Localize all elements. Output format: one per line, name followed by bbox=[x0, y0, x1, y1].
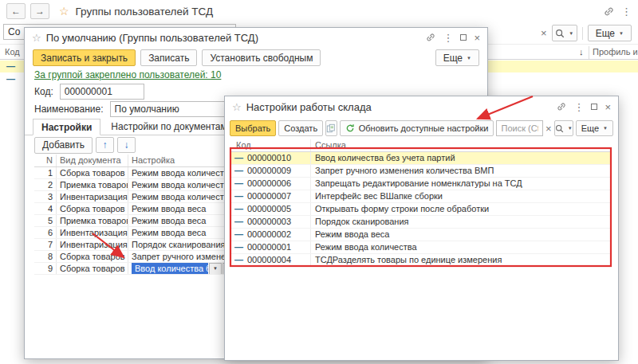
dialog1-more-button[interactable]: Еще ▼ bbox=[435, 49, 479, 66]
set-free-button[interactable]: Установить свободным bbox=[202, 49, 321, 66]
cell-doc: Сборка товаров bbox=[57, 263, 128, 274]
save-button[interactable]: Записать bbox=[140, 49, 197, 66]
clear-search-icon[interactable]: × bbox=[545, 123, 552, 134]
main-more-button[interactable]: Еще ▼ bbox=[588, 25, 632, 41]
list-item-dash-icon: — bbox=[234, 203, 243, 215]
close-icon[interactable]: × bbox=[605, 102, 611, 112]
cell-code: 000000010 bbox=[247, 152, 291, 164]
move-up-button[interactable]: ↑ bbox=[96, 137, 114, 153]
sort-desc-icon: ↓ bbox=[579, 47, 584, 57]
code-field[interactable] bbox=[60, 84, 144, 100]
table-row[interactable]: —000000001 Режим ввода количества bbox=[231, 241, 612, 254]
list-item-dash-icon: — bbox=[234, 190, 243, 202]
dialog2-title: Настройки работы склада bbox=[246, 101, 372, 113]
code-label: Код: bbox=[34, 86, 53, 97]
settings-search-input[interactable] bbox=[496, 120, 543, 136]
back-button[interactable]: ← bbox=[6, 3, 26, 19]
dialog2-more-button[interactable]: Еще ▼ bbox=[576, 120, 613, 136]
list-item-dash-icon: — bbox=[234, 178, 243, 190]
cell-ref: Режим ввода веса bbox=[311, 229, 612, 241]
back-icon: ← bbox=[11, 6, 21, 17]
link-icon[interactable] bbox=[426, 33, 435, 42]
cell-ref: ТСДРазделять товары по единице измерения bbox=[311, 254, 612, 266]
cell-ref: Интерфейс вес ВШапке сборки bbox=[311, 190, 612, 202]
kebab-menu-icon[interactable]: ⋮ bbox=[621, 6, 632, 17]
favorite-star-icon[interactable]: ☆ bbox=[32, 33, 41, 43]
table-row[interactable]: —000000003 Порядок сканирования bbox=[231, 216, 612, 229]
cell-n: 8 bbox=[34, 251, 57, 262]
forward-button[interactable]: → bbox=[30, 3, 49, 19]
warehouse-settings-table: Код Ссылка —000000010 Ввод количества бе… bbox=[231, 139, 612, 267]
setting-combo-value[interactable]: Ввод количества без bbox=[132, 263, 208, 274]
cell-n: 7 bbox=[34, 239, 57, 250]
table-row[interactable]: —000000009 Запрет ручного изменения коли… bbox=[231, 165, 612, 178]
dialog1-titlebar: ☆ По умолчанию (Группы пользователей ТСД… bbox=[25, 28, 487, 47]
save-and-close-button[interactable]: Записать и закрыть bbox=[33, 49, 136, 66]
list-item-dash-icon: — bbox=[6, 74, 15, 84]
close-icon[interactable]: × bbox=[474, 33, 480, 43]
set-free-label: Установить свободным bbox=[210, 53, 313, 64]
cell-doc: Приемка товаров bbox=[57, 215, 128, 226]
table-row[interactable]: —000000007 Интерфейс вес ВШапке сборки bbox=[231, 190, 612, 203]
cell-n: 3 bbox=[34, 191, 57, 202]
kebab-menu-icon[interactable]: ⋮ bbox=[573, 102, 584, 112]
cell-code: 000000005 bbox=[247, 203, 291, 215]
tab-settings[interactable]: Настройки bbox=[33, 119, 100, 135]
col-code[interactable]: Код bbox=[231, 139, 311, 151]
forward-icon: → bbox=[35, 6, 45, 17]
col-doc-type[interactable]: Вид документа bbox=[57, 155, 128, 166]
col-ref[interactable]: Ссылка bbox=[311, 139, 612, 151]
select-button[interactable]: Выбрать bbox=[230, 120, 276, 136]
dialog-warehouse-settings: ☆ Настройки работы склада ⋮ × Выбрать Со… bbox=[224, 96, 619, 361]
list-item-dash-icon: — bbox=[234, 216, 243, 228]
maximize-icon[interactable] bbox=[591, 104, 597, 110]
col-n[interactable]: N bbox=[34, 155, 57, 166]
search-button[interactable]: ▼ bbox=[552, 25, 577, 41]
search-icon bbox=[555, 124, 564, 133]
save-and-close-label: Записать и закрыть bbox=[41, 53, 128, 64]
combo-dropdown-button[interactable]: ▼ bbox=[209, 263, 222, 274]
table-row[interactable]: —000000002 Режим ввода веса bbox=[231, 229, 612, 241]
cell-ref: Запрет ручного изменения количества ВМП bbox=[311, 165, 612, 177]
save-label: Записать bbox=[148, 53, 189, 64]
table-row[interactable]: —000000004 ТСДРазделять товары по единиц… bbox=[231, 254, 612, 267]
refresh-settings-button[interactable]: Обновить доступные настройки bbox=[340, 120, 494, 136]
cell-doc: Инвентаризация тов... bbox=[57, 239, 128, 250]
link-icon[interactable] bbox=[557, 102, 566, 112]
favorite-star-icon[interactable]: ☆ bbox=[59, 6, 69, 17]
copy-button[interactable] bbox=[325, 120, 337, 136]
table-row[interactable]: —000000006 Запрещать редактирование номе… bbox=[231, 178, 612, 190]
dialog2-command-bar: Выбрать Создать Обновить доступные настр… bbox=[225, 117, 618, 139]
cell-n: 1 bbox=[34, 167, 57, 178]
chevron-down-icon: ▼ bbox=[603, 126, 608, 131]
cell-n: 9 bbox=[34, 263, 57, 274]
tab-document-settings[interactable]: Настройки по документам bbox=[102, 118, 235, 135]
favorite-star-icon[interactable]: ☆ bbox=[232, 102, 242, 112]
main-list-controls: × ▼ Еще ▼ bbox=[541, 25, 632, 41]
add-button[interactable]: Добавить bbox=[34, 137, 93, 154]
table-row-selected[interactable]: —000000010 Ввод количества без учета пар… bbox=[231, 152, 612, 165]
cell-code: 000000001 bbox=[247, 241, 291, 253]
up-arrow-icon: ↑ bbox=[103, 139, 108, 151]
window-icons: ⋮ bbox=[604, 6, 632, 17]
assigned-users-link[interactable]: За группой закреплено пользователей: 10 bbox=[34, 69, 221, 80]
kebab-menu-icon[interactable]: ⋮ bbox=[443, 33, 453, 43]
create-button[interactable]: Создать bbox=[278, 120, 323, 136]
table-row[interactable]: —000000005 Открывать форму строки после … bbox=[231, 203, 612, 216]
link-icon[interactable] bbox=[604, 6, 614, 17]
search-button[interactable]: ▼ bbox=[554, 120, 573, 136]
cell-ref: Ввод количества без учета партий bbox=[311, 152, 612, 164]
dialog1-title: По умолчанию (Группы пользователей ТСД) bbox=[46, 32, 258, 44]
chevron-down-icon: ▼ bbox=[569, 31, 573, 36]
clear-search-icon[interactable]: × bbox=[541, 28, 547, 38]
list-item-dash-icon: — bbox=[234, 152, 243, 164]
chevron-down-icon: ▼ bbox=[619, 31, 624, 36]
more-label: Еще bbox=[581, 123, 599, 133]
more-label: Еще bbox=[596, 28, 615, 39]
maximize-icon[interactable] bbox=[460, 34, 467, 41]
column-header-profile[interactable]: Профиль интерфейса bbox=[593, 47, 638, 57]
move-down-button[interactable]: ↓ bbox=[117, 137, 136, 153]
column-header-code[interactable]: Код bbox=[5, 47, 20, 57]
cell-n: 2 bbox=[34, 179, 57, 190]
divider bbox=[582, 27, 583, 40]
